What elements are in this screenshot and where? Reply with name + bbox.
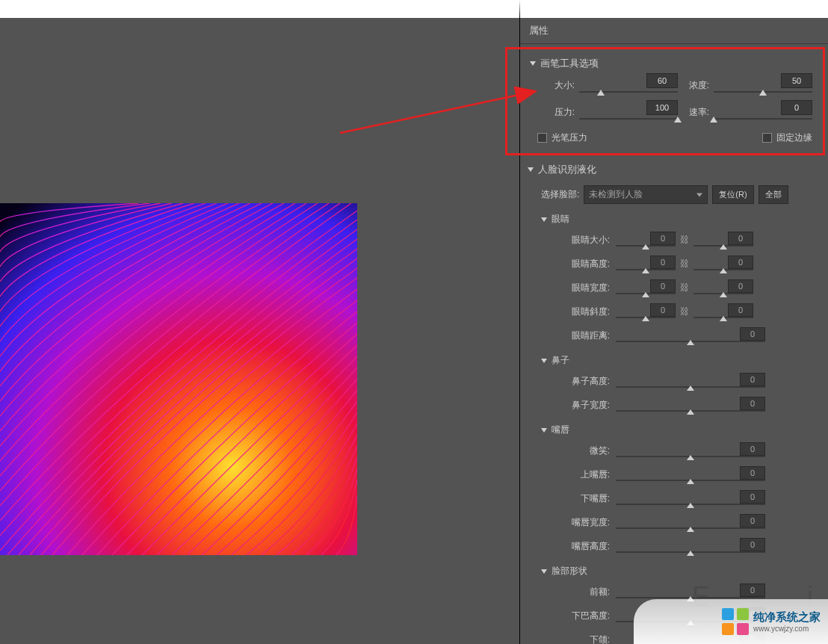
rate-slider[interactable]: 0 (714, 105, 812, 120)
select-face-label: 选择脸部: (541, 188, 579, 201)
preview-image (0, 203, 357, 555)
eyes-title: 眼睛 (552, 213, 569, 226)
rate-label: 速率: (678, 106, 709, 119)
size-label: 大小: (543, 79, 575, 92)
upper-lip-slider[interactable]: 0 (616, 466, 765, 483)
mouth-title: 嘴唇 (552, 424, 569, 436)
face-dropdown[interactable]: 未检测到人脸 (584, 185, 708, 204)
size-value[interactable]: 60 (646, 73, 678, 88)
pen-pressure-checkbox[interactable] (537, 133, 547, 143)
lower-lip-slider[interactable]: 0 (616, 490, 765, 507)
nose-width-slider[interactable]: 0 (616, 397, 765, 413)
eye-height-right-slider[interactable]: 0 (693, 256, 753, 272)
link-icon[interactable]: ⛓ (680, 235, 689, 245)
panel-title: 属性 (520, 18, 828, 44)
mouth-height-label: 嘴唇高度: (565, 540, 610, 553)
link-icon[interactable]: ⛓ (680, 258, 689, 269)
eye-size-label: 眼睛大小: (565, 234, 610, 247)
eye-size-right-slider[interactable]: 0 (693, 232, 753, 248)
forehead-label: 前额: (565, 586, 610, 598)
all-button[interactable]: 全部 (759, 185, 788, 204)
density-slider[interactable]: 50 (714, 78, 812, 93)
eye-tilt-right-slider[interactable]: 0 (693, 303, 753, 320)
properties-panel: 属性 画笔工具选项 大小: 60 浓度: 50 (519, 0, 828, 644)
disclosure-icon (541, 217, 547, 222)
mouth-width-slider[interactable]: 0 (616, 514, 765, 530)
disclosure-icon (541, 428, 547, 433)
eye-width-right-slider[interactable]: 0 (693, 279, 753, 296)
face-shape-header[interactable]: 脸部形状 (520, 560, 828, 582)
reset-button[interactable]: 复位(R) (712, 185, 753, 204)
size-slider[interactable]: 60 (579, 78, 678, 93)
pin-edge-label: 固定边缘 (776, 131, 812, 144)
eyes-header[interactable]: 眼睛 (520, 208, 828, 230)
eye-distance-label: 眼睛距离: (565, 329, 610, 342)
nose-width-label: 鼻子宽度: (565, 399, 610, 412)
highlighted-brush-options: 画笔工具选项 大小: 60 浓度: 50 (505, 47, 825, 155)
eye-tilt-label: 眼睛斜度: (565, 306, 610, 318)
watermark-main: 纯净系统之家 (753, 610, 821, 625)
pressure-slider[interactable]: 100 (579, 105, 678, 120)
face-liquify-title: 人脸识别液化 (538, 163, 596, 176)
face-liquify-header[interactable]: 人脸识别液化 (520, 158, 828, 181)
pen-pressure-label: 光笔压力 (552, 131, 587, 144)
nose-height-slider[interactable]: 0 (616, 373, 765, 389)
eye-size-left-slider[interactable]: 0 (616, 232, 676, 248)
brush-options-header[interactable]: 画笔工具选项 (522, 52, 820, 75)
pin-edge-checkbox[interactable] (762, 133, 772, 143)
link-icon[interactable]: ⛓ (680, 306, 689, 317)
smile-label: 微笑: (565, 445, 610, 457)
eye-width-label: 眼睛宽度: (565, 282, 610, 294)
canvas-area[interactable] (0, 0, 519, 644)
disclosure-icon (541, 569, 547, 574)
density-value[interactable]: 50 (781, 73, 812, 88)
watermark-sub: www.ycwjzy.com (753, 625, 821, 633)
eye-tilt-left-slider[interactable]: 0 (616, 303, 676, 320)
eye-width-left-slider[interactable]: 0 (616, 279, 676, 296)
smile-slider[interactable]: 0 (616, 442, 765, 459)
rate-value[interactable]: 0 (781, 100, 812, 115)
nose-header[interactable]: 鼻子 (520, 350, 828, 371)
eye-height-left-slider[interactable]: 0 (616, 256, 676, 272)
forehead-slider[interactable]: 0 (616, 583, 765, 600)
watermark-logo-icon (722, 608, 749, 635)
link-icon[interactable]: ⛓ (680, 282, 689, 293)
chin-height-label: 下巴高度: (565, 610, 610, 622)
disclosure-icon (541, 359, 547, 363)
mouth-width-label: 嘴唇宽度: (565, 516, 610, 529)
disclosure-icon (530, 61, 536, 66)
nose-height-label: 鼻子高度: (565, 375, 610, 388)
mouth-header[interactable]: 嘴唇 (520, 419, 828, 441)
watermark: 纯净系统之家 www.ycwjzy.com (634, 599, 828, 644)
upper-lip-label: 上嘴唇: (565, 468, 610, 481)
nose-title: 鼻子 (552, 354, 569, 367)
disclosure-icon (528, 167, 534, 172)
eye-height-label: 眼睛高度: (565, 258, 610, 270)
face-shape-title: 脸部形状 (552, 565, 587, 578)
eye-distance-slider[interactable]: 0 (616, 327, 765, 344)
jaw-label: 下颌: (565, 634, 610, 645)
pressure-value[interactable]: 100 (646, 100, 678, 115)
mouth-height-slider[interactable]: 0 (616, 538, 765, 554)
brush-options-title: 画笔工具选项 (540, 57, 599, 70)
pressure-label: 压力: (543, 106, 575, 119)
density-label: 浓度: (678, 79, 709, 92)
lower-lip-label: 下嘴唇: (565, 492, 610, 505)
